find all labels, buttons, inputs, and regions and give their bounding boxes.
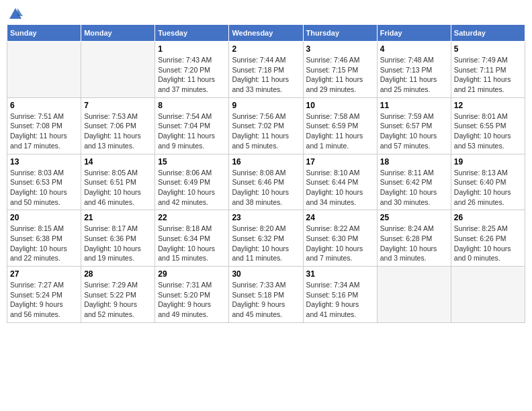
day-number: 7: [84, 101, 152, 110]
day-info: Sunrise: 8:13 AM Sunset: 6:40 PM Dayligh…: [454, 168, 522, 208]
weekday-header-tuesday: Tuesday: [155, 25, 229, 42]
calendar-cell: 29Sunrise: 7:31 AM Sunset: 5:20 PM Dayli…: [155, 267, 229, 323]
calendar-cell: 26Sunrise: 8:25 AM Sunset: 6:26 PM Dayli…: [451, 210, 525, 267]
calendar-cell: 4Sunrise: 7:48 AM Sunset: 7:13 PM Daylig…: [377, 42, 451, 98]
calendar-cell: 13Sunrise: 8:03 AM Sunset: 6:53 PM Dayli…: [7, 154, 81, 210]
calendar-week-5: 27Sunrise: 7:27 AM Sunset: 5:24 PM Dayli…: [7, 267, 525, 323]
calendar-cell: 10Sunrise: 7:58 AM Sunset: 6:59 PM Dayli…: [303, 97, 377, 154]
day-number: 8: [158, 101, 226, 110]
day-number: 18: [380, 157, 448, 167]
day-number: 16: [232, 157, 300, 167]
day-info: Sunrise: 7:59 AM Sunset: 6:57 PM Dayligh…: [380, 111, 448, 151]
day-number: 29: [158, 269, 226, 279]
day-info: Sunrise: 7:29 AM Sunset: 5:22 PM Dayligh…: [84, 280, 152, 320]
day-number: 9: [232, 101, 300, 110]
day-number: 4: [380, 44, 448, 54]
calendar-table: SundayMondayTuesdayWednesdayThursdayFrid…: [7, 24, 525, 323]
weekday-header-monday: Monday: [81, 25, 155, 42]
day-info: Sunrise: 7:31 AM Sunset: 5:20 PM Dayligh…: [158, 280, 226, 320]
calendar-cell: 22Sunrise: 8:18 AM Sunset: 6:34 PM Dayli…: [155, 210, 229, 267]
calendar-cell: 24Sunrise: 8:22 AM Sunset: 6:30 PM Dayli…: [303, 210, 377, 267]
calendar-cell: 23Sunrise: 8:20 AM Sunset: 6:32 PM Dayli…: [229, 210, 303, 267]
calendar-cell: 28Sunrise: 7:29 AM Sunset: 5:22 PM Dayli…: [81, 267, 155, 323]
calendar-cell: [81, 42, 155, 98]
day-info: Sunrise: 8:05 AM Sunset: 6:51 PM Dayligh…: [84, 168, 152, 208]
day-info: Sunrise: 8:18 AM Sunset: 6:34 PM Dayligh…: [158, 224, 226, 263]
day-info: Sunrise: 8:11 AM Sunset: 6:42 PM Dayligh…: [380, 168, 448, 208]
calendar-cell: 11Sunrise: 7:59 AM Sunset: 6:57 PM Dayli…: [377, 97, 451, 154]
day-info: Sunrise: 8:17 AM Sunset: 6:36 PM Dayligh…: [84, 224, 152, 263]
day-number: 13: [10, 157, 78, 167]
calendar-cell: 17Sunrise: 8:10 AM Sunset: 6:44 PM Dayli…: [303, 154, 377, 210]
svg-marker-1: [17, 8, 23, 16]
day-number: 11: [380, 101, 448, 110]
calendar-cell: 25Sunrise: 8:24 AM Sunset: 6:28 PM Dayli…: [377, 210, 451, 267]
day-number: 10: [306, 101, 374, 110]
day-number: 20: [10, 213, 78, 222]
day-info: Sunrise: 8:22 AM Sunset: 6:30 PM Dayligh…: [306, 224, 374, 263]
day-info: Sunrise: 8:24 AM Sunset: 6:28 PM Dayligh…: [380, 224, 448, 263]
day-info: Sunrise: 7:43 AM Sunset: 7:20 PM Dayligh…: [158, 55, 226, 95]
day-info: Sunrise: 7:34 AM Sunset: 5:16 PM Dayligh…: [306, 280, 374, 320]
logo-icon: [8, 7, 23, 21]
calendar-cell: 16Sunrise: 8:08 AM Sunset: 6:46 PM Dayli…: [229, 154, 303, 210]
calendar-cell: 19Sunrise: 8:13 AM Sunset: 6:40 PM Dayli…: [451, 154, 525, 210]
weekday-header-saturday: Saturday: [451, 25, 525, 42]
day-number: 31: [306, 269, 374, 279]
day-info: Sunrise: 8:03 AM Sunset: 6:53 PM Dayligh…: [10, 168, 78, 208]
day-info: Sunrise: 7:51 AM Sunset: 7:08 PM Dayligh…: [10, 111, 78, 151]
calendar-cell: 6Sunrise: 7:51 AM Sunset: 7:08 PM Daylig…: [7, 97, 81, 154]
day-info: Sunrise: 8:08 AM Sunset: 6:46 PM Dayligh…: [232, 168, 300, 208]
day-info: Sunrise: 7:33 AM Sunset: 5:18 PM Dayligh…: [232, 280, 300, 320]
day-info: Sunrise: 8:10 AM Sunset: 6:44 PM Dayligh…: [306, 168, 374, 208]
day-info: Sunrise: 8:06 AM Sunset: 6:49 PM Dayligh…: [158, 168, 226, 208]
day-info: Sunrise: 7:27 AM Sunset: 5:24 PM Dayligh…: [10, 280, 78, 320]
calendar-cell: 7Sunrise: 7:53 AM Sunset: 7:06 PM Daylig…: [81, 97, 155, 154]
day-number: 22: [158, 213, 226, 222]
calendar-cell: 30Sunrise: 7:33 AM Sunset: 5:18 PM Dayli…: [229, 267, 303, 323]
calendar-cell: 18Sunrise: 8:11 AM Sunset: 6:42 PM Dayli…: [377, 154, 451, 210]
weekday-header-wednesday: Wednesday: [229, 25, 303, 42]
day-info: Sunrise: 8:20 AM Sunset: 6:32 PM Dayligh…: [232, 224, 300, 263]
day-number: 3: [306, 44, 374, 54]
day-number: 28: [84, 269, 152, 279]
day-number: 15: [158, 157, 226, 167]
day-info: Sunrise: 7:48 AM Sunset: 7:13 PM Dayligh…: [380, 55, 448, 95]
day-info: Sunrise: 7:54 AM Sunset: 7:04 PM Dayligh…: [158, 111, 226, 151]
day-info: Sunrise: 7:53 AM Sunset: 7:06 PM Dayligh…: [84, 111, 152, 151]
calendar-cell: 27Sunrise: 7:27 AM Sunset: 5:24 PM Dayli…: [7, 267, 81, 323]
calendar-cell: 8Sunrise: 7:54 AM Sunset: 7:04 PM Daylig…: [155, 97, 229, 154]
calendar-cell: [451, 267, 525, 323]
weekday-header-friday: Friday: [377, 25, 451, 42]
calendar-cell: 12Sunrise: 8:01 AM Sunset: 6:55 PM Dayli…: [451, 97, 525, 154]
day-number: 2: [232, 44, 300, 54]
day-number: 26: [454, 213, 522, 222]
calendar-cell: 9Sunrise: 7:56 AM Sunset: 7:02 PM Daylig…: [229, 97, 303, 154]
calendar-cell: 3Sunrise: 7:46 AM Sunset: 7:15 PM Daylig…: [303, 42, 377, 98]
day-number: 19: [454, 157, 522, 167]
calendar-cell: 20Sunrise: 8:15 AM Sunset: 6:38 PM Dayli…: [7, 210, 81, 267]
weekday-header-sunday: Sunday: [7, 25, 81, 42]
day-number: 25: [380, 213, 448, 222]
calendar-cell: 15Sunrise: 8:06 AM Sunset: 6:49 PM Dayli…: [155, 154, 229, 210]
day-number: 30: [232, 269, 300, 279]
calendar-cell: [7, 42, 81, 98]
calendar-cell: 5Sunrise: 7:49 AM Sunset: 7:11 PM Daylig…: [451, 42, 525, 98]
day-number: 5: [454, 44, 522, 54]
day-info: Sunrise: 7:46 AM Sunset: 7:15 PM Dayligh…: [306, 55, 374, 95]
calendar-cell: [377, 267, 451, 323]
day-info: Sunrise: 8:15 AM Sunset: 6:38 PM Dayligh…: [10, 224, 78, 263]
day-info: Sunrise: 7:49 AM Sunset: 7:11 PM Dayligh…: [454, 55, 522, 95]
calendar-week-4: 20Sunrise: 8:15 AM Sunset: 6:38 PM Dayli…: [7, 210, 525, 267]
day-info: Sunrise: 7:56 AM Sunset: 7:02 PM Dayligh…: [232, 111, 300, 151]
day-number: 14: [84, 157, 152, 167]
day-number: 6: [10, 101, 78, 110]
calendar-cell: 1Sunrise: 7:43 AM Sunset: 7:20 PM Daylig…: [155, 42, 229, 98]
day-number: 12: [454, 101, 522, 110]
calendar-cell: 21Sunrise: 8:17 AM Sunset: 6:36 PM Dayli…: [81, 210, 155, 267]
day-number: 1: [158, 44, 226, 54]
calendar-week-3: 13Sunrise: 8:03 AM Sunset: 6:53 PM Dayli…: [7, 154, 525, 210]
day-info: Sunrise: 8:01 AM Sunset: 6:55 PM Dayligh…: [454, 111, 522, 151]
day-number: 27: [10, 269, 78, 279]
day-info: Sunrise: 7:44 AM Sunset: 7:18 PM Dayligh…: [232, 55, 300, 95]
